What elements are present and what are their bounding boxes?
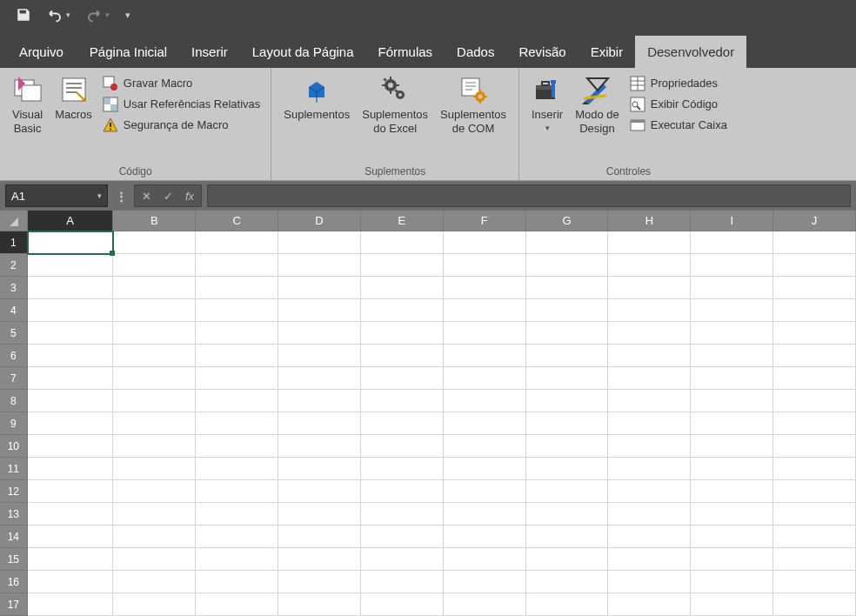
cell-H11[interactable] — [608, 458, 691, 480]
cell-I6[interactable] — [691, 345, 773, 367]
cell-F9[interactable] — [444, 412, 526, 435]
cell-D9[interactable] — [278, 412, 361, 435]
column-header-C[interactable]: C — [196, 211, 278, 231]
cell-C2[interactable] — [196, 254, 278, 277]
column-header-J[interactable]: J — [773, 211, 856, 231]
cell-B15[interactable] — [113, 548, 196, 571]
cell-D2[interactable] — [278, 254, 361, 277]
cell-A1[interactable] — [28, 231, 114, 254]
cell-D10[interactable] — [278, 435, 361, 458]
cell-E14[interactable] — [361, 526, 444, 548]
cell-C17[interactable] — [196, 593, 278, 616]
cell-H5[interactable] — [608, 322, 691, 345]
cell-B11[interactable] — [113, 458, 196, 480]
cell-C16[interactable] — [196, 571, 278, 593]
cell-D12[interactable] — [278, 480, 361, 503]
cell-F15[interactable] — [444, 548, 526, 571]
cell-A17[interactable] — [28, 593, 114, 616]
cell-G12[interactable] — [526, 480, 609, 503]
cell-C8[interactable] — [196, 390, 278, 412]
cell-E16[interactable] — [361, 571, 444, 593]
cell-I17[interactable] — [691, 593, 773, 616]
cell-D16[interactable] — [278, 571, 361, 593]
undo-button[interactable]: ▾ — [47, 7, 70, 23]
cell-D7[interactable] — [278, 367, 361, 390]
cell-A9[interactable] — [28, 412, 114, 435]
row-header-6[interactable]: 6 — [0, 345, 28, 367]
cell-G16[interactable] — [526, 571, 609, 593]
cell-C1[interactable] — [196, 231, 278, 254]
cell-H2[interactable] — [608, 254, 691, 277]
cell-J17[interactable] — [773, 593, 856, 616]
cell-F7[interactable] — [444, 367, 526, 390]
cell-I11[interactable] — [691, 458, 773, 480]
save-button[interactable] — [16, 7, 31, 23]
tab-page-layout[interactable]: Layout da Página — [240, 36, 366, 68]
row-header-10[interactable]: 10 — [0, 435, 28, 458]
record-macro-button[interactable]: Gravar Macro — [101, 73, 263, 94]
tab-review[interactable]: Revisão — [506, 36, 578, 68]
cell-E2[interactable] — [361, 254, 444, 277]
cell-D8[interactable] — [278, 390, 361, 412]
column-header-I[interactable]: I — [691, 211, 773, 231]
cell-G1[interactable] — [526, 231, 609, 254]
cell-G7[interactable] — [526, 367, 609, 390]
cell-H7[interactable] — [608, 367, 691, 390]
cell-F3[interactable] — [444, 277, 526, 299]
cell-A15[interactable] — [28, 548, 114, 571]
excel-addins-button[interactable]: Suplementos do Excel — [358, 73, 431, 137]
cell-H9[interactable] — [608, 412, 691, 435]
row-header-4[interactable]: 4 — [0, 299, 28, 322]
cell-B7[interactable] — [113, 367, 196, 390]
row-header-16[interactable]: 16 — [0, 571, 28, 593]
cell-H16[interactable] — [608, 571, 691, 593]
cell-F6[interactable] — [444, 345, 526, 367]
cell-B5[interactable] — [113, 322, 196, 345]
cell-F17[interactable] — [444, 593, 526, 616]
cell-A8[interactable] — [28, 390, 114, 412]
cell-E6[interactable] — [361, 345, 444, 367]
cell-G15[interactable] — [526, 548, 609, 571]
enter-formula-button[interactable]: ✓ — [164, 190, 173, 203]
cell-F4[interactable] — [444, 299, 526, 322]
cell-D15[interactable] — [278, 548, 361, 571]
cell-F10[interactable] — [444, 435, 526, 458]
cell-C15[interactable] — [196, 548, 278, 571]
cell-H4[interactable] — [608, 299, 691, 322]
cell-F16[interactable] — [444, 571, 526, 593]
show-code-button[interactable]: Exibir Código — [628, 94, 729, 115]
cell-G6[interactable] — [526, 345, 609, 367]
cell-I10[interactable] — [691, 435, 773, 458]
cell-E12[interactable] — [361, 480, 444, 503]
cell-D5[interactable] — [278, 322, 361, 345]
cell-B13[interactable] — [113, 503, 196, 526]
use-relative-refs-button[interactable]: Usar Referências Relativas — [101, 94, 263, 115]
cell-H10[interactable] — [608, 435, 691, 458]
cell-G13[interactable] — [526, 503, 609, 526]
addins-button[interactable]: Suplementos — [280, 73, 353, 124]
cell-J16[interactable] — [773, 571, 856, 593]
cell-C9[interactable] — [196, 412, 278, 435]
cell-J9[interactable] — [773, 412, 856, 435]
cell-I12[interactable] — [691, 480, 773, 503]
cell-J8[interactable] — [773, 390, 856, 412]
cell-F12[interactable] — [444, 480, 526, 503]
cell-I9[interactable] — [691, 412, 773, 435]
cell-B8[interactable] — [113, 390, 196, 412]
cell-H13[interactable] — [608, 503, 691, 526]
cell-F14[interactable] — [444, 526, 526, 548]
row-header-17[interactable]: 17 — [0, 593, 28, 616]
macros-button[interactable]: Macros — [51, 73, 96, 124]
cell-E15[interactable] — [361, 548, 444, 571]
cell-B6[interactable] — [113, 345, 196, 367]
cell-C12[interactable] — [196, 480, 278, 503]
cell-G11[interactable] — [526, 458, 609, 480]
cell-C5[interactable] — [196, 322, 278, 345]
row-header-1[interactable]: 1 — [0, 231, 28, 254]
cell-H3[interactable] — [608, 277, 691, 299]
cell-B10[interactable] — [113, 435, 196, 458]
cell-E17[interactable] — [361, 593, 444, 616]
cell-F1[interactable] — [444, 231, 526, 254]
customize-qat-button[interactable]: ▾ — [125, 10, 130, 21]
cell-A16[interactable] — [28, 571, 114, 593]
